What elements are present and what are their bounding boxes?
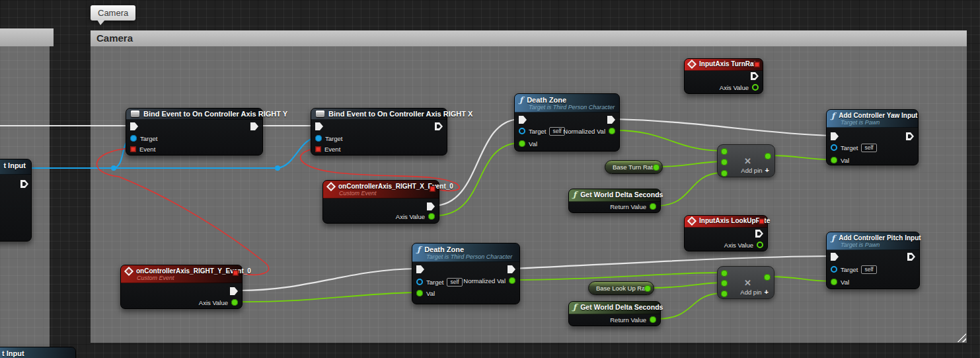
node-partial-top-left[interactable]: t Input <box>0 159 32 242</box>
multiply-input-pin-3[interactable] <box>721 291 728 297</box>
exec-out-pin[interactable] <box>230 287 238 295</box>
add-pin-button[interactable]: Add pin+ <box>740 288 769 296</box>
exec-out-pin[interactable] <box>20 180 28 188</box>
event-icon <box>687 59 697 68</box>
target-pin[interactable] <box>831 266 837 273</box>
target-pin[interactable] <box>519 128 525 134</box>
multiply-input-pin-1[interactable] <box>721 148 728 155</box>
multiply-output-pin[interactable] <box>764 274 771 281</box>
axis-value-pin[interactable] <box>757 242 763 248</box>
node-partial-bottom-left[interactable]: t Input <box>0 347 76 358</box>
self-literal[interactable]: self <box>447 278 462 287</box>
node-base-look-up-rate-getter[interactable]: Base Look Up Rate <box>588 281 654 295</box>
target-pin[interactable] <box>130 135 137 142</box>
pin-label-val: Val <box>841 279 849 286</box>
event-delegate-pin[interactable] <box>315 146 321 152</box>
value-out-pin[interactable] <box>653 164 660 171</box>
node-get-world-delta-seconds-top[interactable]: ƒGet World Delta Seconds Return Value <box>568 189 661 213</box>
delegate-out-pin[interactable] <box>233 270 239 276</box>
normalized-val-pin[interactable] <box>509 277 515 284</box>
exec-in-pin[interactable] <box>130 122 138 130</box>
event-delegate-pin[interactable] <box>130 146 136 152</box>
value-out-pin[interactable] <box>644 285 651 292</box>
add-pin-button[interactable]: Add pin+ <box>741 166 769 174</box>
node-custom-event-right-x[interactable]: onControllerAxis_RIGHT_X_Event_0 Custom … <box>322 180 439 224</box>
wire-float-normalized-to-multiply-bottom <box>513 273 721 280</box>
node-title: InputAxis TurnRate <box>699 60 759 67</box>
target-pin[interactable] <box>315 135 322 142</box>
pin-label-val: Val <box>841 157 849 164</box>
node-add-controller-pitch-input[interactable]: ƒAdd Controller Pitch Input Target is Pa… <box>826 232 920 289</box>
return-value-pin[interactable] <box>650 316 656 323</box>
exec-out-pin[interactable] <box>435 122 443 130</box>
node-inputaxis-lookuprate[interactable]: InputAxis LookUpRate Axis Value <box>684 215 768 251</box>
node-multiply-bottom[interactable]: ✕ Add pin+ <box>717 266 774 299</box>
exec-in-pin[interactable] <box>315 122 323 130</box>
wire-exec-death-zone-bottom-to-pitch <box>515 256 831 269</box>
exec-in-pin[interactable] <box>831 253 839 261</box>
node-header: InputAxis TurnRate <box>685 59 763 71</box>
multiply-input-pin-2[interactable] <box>721 159 728 165</box>
axis-value-pin[interactable] <box>752 84 759 91</box>
multiply-input-pin-1[interactable] <box>721 270 728 277</box>
plus-icon: + <box>765 288 769 296</box>
node-death-zone-top[interactable]: ƒDeath Zone Target is Third Person Chara… <box>514 93 620 152</box>
node-custom-event-right-y[interactable]: onControllerAxis_RIGHT_Y_Event_0 Custom … <box>120 265 243 309</box>
val-pin[interactable] <box>831 279 837 285</box>
node-title: Death Zone <box>424 246 464 253</box>
multiply-input-pin-3[interactable] <box>721 170 728 177</box>
val-pin[interactable] <box>831 157 837 163</box>
node-death-zone-bottom[interactable]: ƒDeath Zone Target is Third Person Chara… <box>412 243 520 304</box>
return-value-pin[interactable] <box>650 203 656 210</box>
wire-exec-event-y-to-death-zone-bottom <box>237 269 417 291</box>
pin-label-target: Target <box>426 279 443 286</box>
node-title: Death Zone <box>527 96 566 104</box>
target-pin[interactable] <box>831 144 837 151</box>
pin-label-normalized-val: Normalized Val <box>463 277 506 285</box>
exec-out-pin[interactable] <box>607 116 615 124</box>
node-subtitle: Target is Pawn <box>841 242 915 248</box>
exec-out-pin[interactable] <box>906 132 914 140</box>
node-title: Add Controller Pitch Input <box>839 234 921 242</box>
multiply-input-pin-2[interactable] <box>721 280 728 287</box>
exec-out-pin[interactable] <box>508 265 515 273</box>
node-inputaxis-turnrate[interactable]: InputAxis TurnRate Axis Value <box>684 58 763 94</box>
exec-out-pin[interactable] <box>907 253 915 261</box>
pin-label-return-value: Return Value <box>610 203 646 210</box>
delegate-out-pin[interactable] <box>759 218 765 224</box>
blueprint-graph-canvas[interactable]: Camera <box>0 0 980 358</box>
exec-in-pin[interactable] <box>519 116 527 124</box>
node-multiply-top[interactable]: ✕ Add pin+ <box>717 144 775 177</box>
exec-out-pin[interactable] <box>751 72 759 80</box>
node-add-controller-yaw-input[interactable]: ƒAdd Controller Yaw Input Target is Pawn… <box>826 109 919 165</box>
wire-float-delta-seconds-to-multiply-top <box>656 173 721 206</box>
node-bind-event-right-y[interactable]: Bind Event to On Controller Axis RIGHT Y… <box>126 108 263 156</box>
node-title: t Input <box>3 161 26 169</box>
node-bind-event-right-x[interactable]: Bind Event to On Controller Axis RIGHT X… <box>311 108 447 156</box>
wire-float-normalized-to-multiply-top <box>615 130 721 151</box>
self-literal[interactable]: self <box>861 265 876 274</box>
node-header: ƒAdd Controller Pitch Input Target is Pa… <box>827 232 919 250</box>
node-base-turn-rate-getter[interactable]: Base Turn Rate <box>605 160 663 174</box>
self-literal[interactable]: self <box>861 144 876 152</box>
node-header: ƒGet World Delta Seconds <box>569 302 660 314</box>
exec-out-pin[interactable] <box>427 202 435 210</box>
custom-event-icon <box>124 266 133 275</box>
node-title: Get World Delta Seconds <box>580 191 663 199</box>
node-get-world-delta-seconds-bottom[interactable]: ƒGet World Delta Seconds Return Value <box>568 301 661 326</box>
normalized-val-pin[interactable] <box>609 128 615 134</box>
exec-in-pin[interactable] <box>831 132 839 140</box>
target-pin[interactable] <box>416 279 423 285</box>
delegate-out-pin[interactable] <box>754 62 760 67</box>
axis-value-pin[interactable] <box>428 213 435 220</box>
multiply-output-pin[interactable] <box>765 153 771 159</box>
exec-out-pin[interactable] <box>755 230 763 238</box>
exec-out-pin[interactable] <box>250 122 258 130</box>
wire-float-multiply-top-to-yaw-val <box>771 156 831 159</box>
axis-value-pin[interactable] <box>231 299 238 306</box>
node-header: t Input <box>0 159 31 175</box>
exec-in-pin[interactable] <box>416 265 424 273</box>
delegate-out-pin[interactable] <box>430 186 435 192</box>
val-pin[interactable] <box>416 290 423 296</box>
val-pin[interactable] <box>519 140 525 147</box>
